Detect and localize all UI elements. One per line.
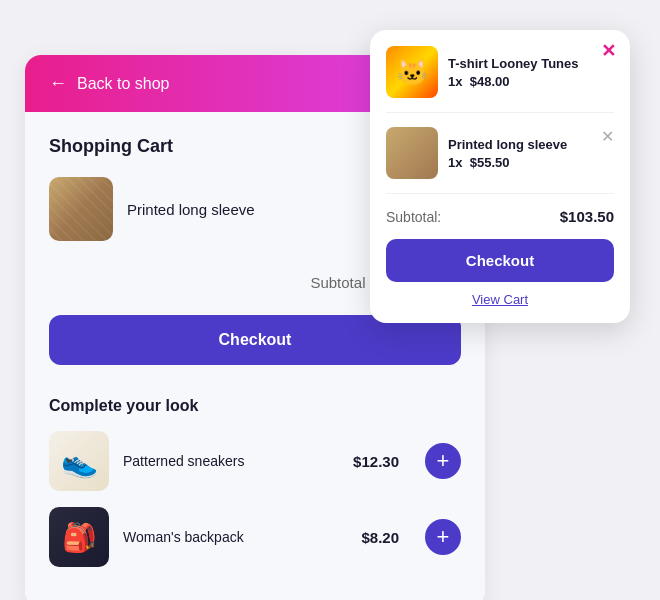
sleeve-thumbnail xyxy=(386,127,438,179)
suggestion-item-sneakers: Patterned sneakers $12.30 + xyxy=(49,431,461,491)
back-arrow-icon: ← xyxy=(49,73,67,94)
sleeve-item-detail: 1x $55.50 xyxy=(448,155,614,170)
mini-subtotal-amount: $103.50 xyxy=(560,208,614,225)
back-label: Back to shop xyxy=(77,75,170,93)
sleeve-price: $55.50 xyxy=(470,155,510,170)
backpack-price: $8.20 xyxy=(361,529,399,546)
backpack-name: Woman's backpack xyxy=(123,529,347,545)
sneakers-thumbnail xyxy=(49,431,109,491)
add-sneakers-button[interactable]: + xyxy=(425,443,461,479)
sleeve-item-info: Printed long sleeve 1x $55.50 xyxy=(448,137,614,170)
looney-item-detail: 1x $48.00 xyxy=(448,74,614,89)
complete-section-title: Complete your look xyxy=(49,397,461,415)
mini-cart-popup: ✕ T-shirt Looney Tunes 1x $48.00 Printed… xyxy=(370,30,630,323)
mini-subtotal-row: Subtotal: $103.50 xyxy=(386,208,614,225)
subtotal-label: Subtotal xyxy=(310,274,365,291)
sneakers-price: $12.30 xyxy=(353,453,399,470)
mini-cart-item-looney: T-shirt Looney Tunes 1x $48.00 xyxy=(386,46,614,113)
looney-thumbnail xyxy=(386,46,438,98)
looney-item-info: T-shirt Looney Tunes 1x $48.00 xyxy=(448,56,614,89)
mini-view-cart-button[interactable]: View Cart xyxy=(386,292,614,307)
backpack-thumbnail xyxy=(49,507,109,567)
suggestion-item-backpack: Woman's backpack $8.20 + xyxy=(49,507,461,567)
sneakers-name: Patterned sneakers xyxy=(123,453,339,469)
mini-checkout-button[interactable]: Checkout xyxy=(386,239,614,282)
mini-subtotal-label: Subtotal: xyxy=(386,209,441,225)
cart-item-name: Printed long sleeve xyxy=(127,201,411,218)
looney-qty: 1x xyxy=(448,74,462,89)
remove-sleeve-button[interactable]: ✕ xyxy=(601,127,614,146)
complete-your-look-section: Complete your look Patterned sneakers $1… xyxy=(49,397,461,567)
add-backpack-button[interactable]: + xyxy=(425,519,461,555)
sleeve-item-name: Printed long sleeve xyxy=(448,137,614,152)
looney-item-name: T-shirt Looney Tunes xyxy=(448,56,614,71)
cart-item-thumbnail xyxy=(49,177,113,241)
mini-cart-item-sleeve: Printed long sleeve 1x $55.50 ✕ xyxy=(386,127,614,194)
sleeve-qty: 1x xyxy=(448,155,462,170)
looney-price: $48.00 xyxy=(470,74,510,89)
